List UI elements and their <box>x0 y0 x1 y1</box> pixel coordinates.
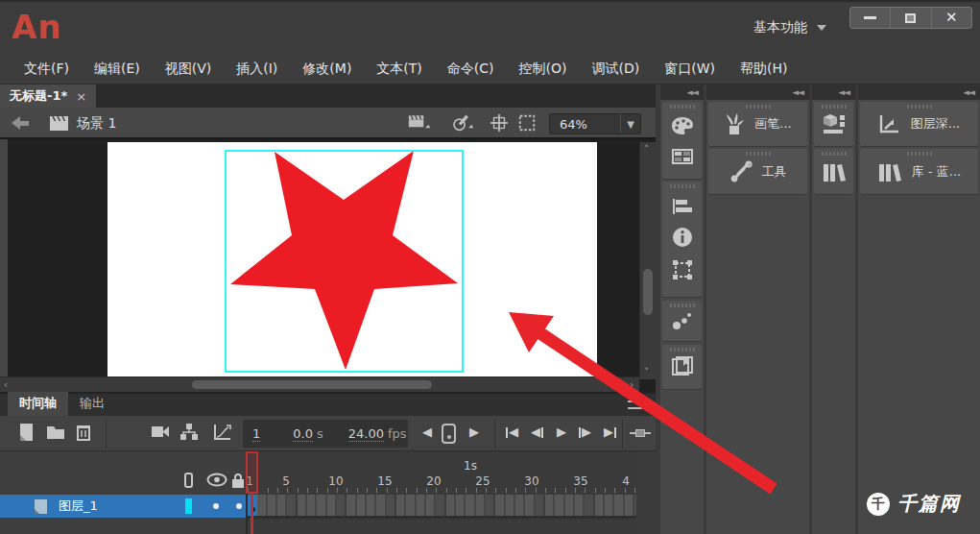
playhead-line <box>251 494 253 534</box>
menu-view[interactable]: 视图(V) <box>153 55 225 84</box>
menu-command[interactable]: 命令(C) <box>435 55 507 84</box>
maximize-icon <box>905 13 916 23</box>
frame-ruler-ticks[interactable] <box>248 488 636 493</box>
zoom-level-dropdown[interactable]: 64% ▼ <box>549 113 641 134</box>
swatches-icon[interactable] <box>672 149 693 164</box>
ruler-number: 10 <box>326 474 346 488</box>
animate-application-window: An 基本功能 ✕ 文件(F) 编辑(E) 视图(V) 插入(I) 修改(M) … <box>0 0 980 534</box>
ruler-number: 30 <box>522 474 541 488</box>
scroll-right-icon[interactable]: › <box>630 379 633 390</box>
frame-cells[interactable] <box>248 495 636 516</box>
3d-position-icon[interactable] <box>822 112 847 135</box>
close-button[interactable]: ✕ <box>932 8 971 28</box>
title-bar: An 基本功能 ✕ <box>0 0 980 54</box>
watermark-logo-icon: 千 <box>867 493 890 516</box>
layer-row[interactable]: 图层_1 <box>0 495 246 518</box>
panel-button-brushes[interactable]: 画笔... <box>708 102 807 146</box>
playhead-marker[interactable] <box>246 451 258 494</box>
workspace-switcher[interactable]: 基本功能 <box>753 19 826 36</box>
outline-color-column-icon[interactable] <box>183 473 194 488</box>
layer-lock-dot[interactable] <box>236 503 242 509</box>
tab-timeline[interactable]: 时间轴 <box>8 392 68 416</box>
current-frame-value[interactable]: 1 <box>252 426 260 442</box>
scroll-down-icon[interactable]: ˅ <box>644 367 649 377</box>
menu-debug[interactable]: 调试(D) <box>580 55 653 84</box>
layer-depth-icon <box>878 113 901 134</box>
onion-skin-forward-icon[interactable]: ▶ <box>469 423 479 442</box>
timeline-panel: 时间轴 输出 <box>0 392 656 534</box>
horizontal-scroll-thumb[interactable] <box>192 380 432 389</box>
menu-insert[interactable]: 插入(I) <box>224 55 290 84</box>
collapse-panels-icon[interactable]: ◄◄ <box>660 85 704 100</box>
collapse-panels-icon[interactable]: ◄◄ <box>812 85 855 100</box>
align-icon[interactable] <box>672 198 693 215</box>
panel-button-layer-depth[interactable]: 图层深... <box>860 102 978 146</box>
vertical-scrollbar[interactable]: ˄ ˅ <box>639 142 656 379</box>
center-frame-icon[interactable] <box>488 113 511 133</box>
back-arrow-button[interactable] <box>12 116 29 130</box>
collapse-panels-icon[interactable]: ◄◄ <box>706 85 809 100</box>
layer-visible-dot[interactable] <box>213 503 219 509</box>
document-tab[interactable]: 无标题-1* × <box>0 85 96 108</box>
menu-window[interactable]: 窗口(W) <box>652 55 728 84</box>
new-folder-icon[interactable] <box>46 423 65 442</box>
edit-symbols-icon[interactable] <box>451 113 474 133</box>
menu-file[interactable]: 文件(F) <box>12 55 82 84</box>
tab-close-icon[interactable]: × <box>76 89 86 104</box>
close-icon: ✕ <box>945 11 958 25</box>
menu-text[interactable]: 文本(T) <box>364 55 434 84</box>
layer-page-icon <box>33 498 49 515</box>
scroll-left-icon[interactable]: ‹ <box>4 379 8 390</box>
menu-help[interactable]: 帮助(H) <box>728 55 800 84</box>
menu-control[interactable]: 控制(O) <box>507 55 580 84</box>
new-layer-icon[interactable] <box>17 423 36 442</box>
clip-to-stage-icon[interactable] <box>515 113 538 133</box>
ruler-number: 20 <box>424 474 443 488</box>
horizontal-scrollbar[interactable]: ‹ › <box>0 376 639 392</box>
menu-modify[interactable]: 修改(M) <box>290 55 364 84</box>
chevron-down-icon <box>817 25 826 31</box>
stage-content <box>0 139 656 392</box>
scroll-up-icon[interactable]: ˄ <box>644 144 649 155</box>
app-logo: An <box>12 8 62 46</box>
color-palette-icon[interactable] <box>671 116 694 135</box>
maximize-button[interactable] <box>891 8 931 28</box>
transform-icon[interactable] <box>672 259 693 280</box>
onion-skin-range-icon[interactable] <box>442 424 456 444</box>
menu-edit[interactable]: 编辑(E) <box>82 55 153 84</box>
panel-menu-icon[interactable] <box>628 400 642 409</box>
tab-output[interactable]: 输出 <box>68 392 116 416</box>
minimize-button[interactable] <box>850 8 891 28</box>
visibility-eye-icon[interactable] <box>206 473 227 487</box>
edit-scene-icon[interactable] <box>408 113 431 133</box>
scene-name-label[interactable]: 场景 1 <box>77 115 116 133</box>
play-button[interactable]: ▶ <box>557 423 566 442</box>
delete-trash-icon[interactable] <box>75 423 92 442</box>
go-to-last-frame-button[interactable]: ▶ <box>604 423 616 442</box>
layer-parenting-icon[interactable] <box>179 423 199 441</box>
step-forward-button[interactable]: ▶ <box>579 423 591 442</box>
center-playhead-icon[interactable] <box>630 427 651 439</box>
go-to-first-frame-button[interactable]: ◀ <box>506 423 518 442</box>
library-books-icon[interactable] <box>822 160 847 183</box>
panel-button-tools[interactable]: 工具 <box>708 149 807 194</box>
camera-icon[interactable] <box>151 423 170 440</box>
info-icon[interactable] <box>672 227 693 248</box>
code-snippets-icon[interactable] <box>672 311 693 330</box>
layer-name[interactable]: 图层_1 <box>59 498 98 515</box>
scene-bar: 场景 1 64% ▼ <box>0 108 656 139</box>
watermark-text: 千篇网 <box>897 491 961 517</box>
vertical-scroll-thumb[interactable] <box>643 269 653 315</box>
scene-panel-icon[interactable] <box>671 355 694 378</box>
elapsed-time-value[interactable]: 0.0 <box>293 426 313 442</box>
onion-skin-back-icon[interactable]: ◀ <box>422 423 432 442</box>
collapse-panels-icon[interactable]: ◄◄ <box>858 85 980 100</box>
ruler-number: 15 <box>375 474 394 488</box>
layer-outline-color-swatch[interactable] <box>185 498 192 514</box>
step-back-button[interactable]: ◀ <box>531 423 543 442</box>
red-star-shape[interactable] <box>230 151 458 370</box>
frame-rate-value[interactable]: 24.00 <box>348 426 384 442</box>
panel-group-align-info-transform <box>662 182 702 297</box>
panel-button-library-doc[interactable]: 库 - 蓝... <box>860 149 978 194</box>
graph-editor-icon[interactable] <box>213 423 232 441</box>
